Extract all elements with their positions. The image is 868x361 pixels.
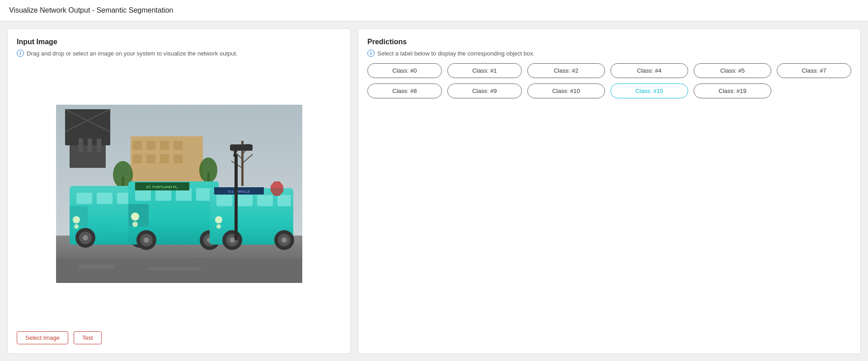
class-label-7[interactable]: Class: #7 [777,63,851,78]
svg-point-51 [144,237,149,243]
svg-rect-12 [174,141,183,150]
input-image: ST. PORTLAND PL. [56,105,302,283]
svg-rect-10 [146,141,155,150]
svg-rect-16 [174,154,183,163]
input-panel: Input Image i Drag and drop or select an… [7,28,351,354]
svg-point-69 [282,237,287,243]
svg-text:ST. PORTLAND PL.: ST. PORTLAND PL. [146,185,178,189]
svg-rect-5 [97,139,101,152]
info-icon: i [17,50,24,57]
class-label-19[interactable]: Class: #19 [694,83,771,98]
svg-rect-3 [79,139,83,152]
svg-point-56 [132,222,138,227]
input-panel-hint: i Drag and drop or select an image on yo… [17,50,341,57]
svg-point-66 [230,237,235,243]
svg-rect-11 [160,141,169,150]
svg-rect-34 [70,206,88,227]
svg-marker-76 [271,181,283,196]
svg-rect-60 [216,195,232,206]
svg-point-55 [131,213,139,221]
class-label-0[interactable]: Class: #0 [367,63,442,78]
input-panel-title: Input Image [17,38,341,46]
class-label-5[interactable]: Class: #5 [694,63,771,78]
svg-point-20 [199,157,217,183]
class-labels-grid: Class: #0 Class: #1 Class: #2 Class: #4 … [367,63,851,98]
predictions-hint-text: Select a label below to display the corr… [377,50,535,57]
svg-point-42 [74,224,79,229]
svg-rect-47 [196,188,212,201]
svg-rect-77 [56,258,302,283]
input-hint-text: Drag and drop or select an image on your… [27,50,238,57]
svg-rect-74 [235,154,238,240]
svg-rect-9 [133,141,142,150]
class-label-10[interactable]: Class: #10 [527,83,605,98]
class-label-9[interactable]: Class: #9 [447,83,522,98]
svg-rect-79 [146,267,201,270]
svg-rect-78 [79,265,115,268]
svg-rect-13 [133,154,142,163]
svg-point-37 [83,235,88,241]
class-label-15[interactable]: Class: #15 [610,83,688,98]
select-image-button[interactable]: Select Image [17,331,68,344]
predictions-info-icon: i [367,50,375,57]
svg-point-41 [73,216,80,223]
test-button[interactable]: Test [74,331,102,344]
predictions-panel-hint: i Select a label below to display the co… [367,50,851,57]
svg-rect-62 [257,195,273,206]
class-label-8[interactable]: Class: #8 [367,83,442,98]
svg-rect-75 [230,144,253,151]
class-label-4[interactable]: Class: #4 [610,63,688,78]
class-label-1[interactable]: Class: #1 [447,63,522,78]
svg-rect-14 [146,154,155,163]
svg-rect-4 [88,139,92,152]
app-header: Visualize Network Output - Semantic Segm… [0,0,868,21]
page-title: Visualize Network Output - Semantic Segm… [9,6,173,14]
predictions-panel: Predictions i Select a label below to di… [358,28,861,354]
svg-text:E.S. YARVILLE: E.S. YARVILLE [228,190,250,193]
main-content: Input Image i Drag and drop or select an… [0,21,868,361]
svg-point-71 [216,224,221,229]
svg-rect-30 [76,193,92,204]
svg-rect-61 [237,195,253,206]
predictions-panel-title: Predictions [367,38,851,46]
svg-point-70 [215,216,222,223]
class-label-2[interactable]: Class: #2 [527,63,605,78]
image-display-area: ST. PORTLAND PL. [17,63,341,324]
input-panel-buttons: Select Image Test [17,331,341,344]
svg-rect-15 [160,154,169,163]
svg-rect-63 [277,195,291,206]
svg-rect-31 [97,193,113,204]
